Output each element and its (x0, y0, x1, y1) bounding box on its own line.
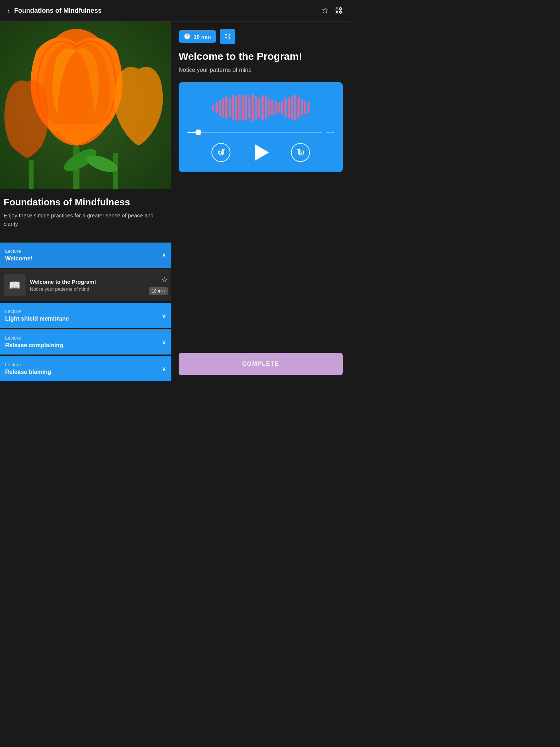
waveform-bar (265, 96, 267, 119)
waveform-bar (298, 97, 300, 118)
lecture-item-text-welcome: Lecture Welcome! (5, 248, 32, 262)
audio-player: --:-- ↺ 15 ↻ 15 (179, 82, 343, 172)
waveform-bar (288, 97, 290, 118)
left-panel: Foundations of Mindfulness Enjoy these s… (0, 22, 171, 383)
lecture-label-welcome: Lecture (5, 248, 32, 254)
header-left: ‹ Foundations of Mindfulness (7, 7, 102, 15)
content-title: Welcome to the Program! (179, 50, 343, 63)
spacer (179, 183, 343, 353)
waveform (187, 93, 334, 122)
lecture-name-release-blaming: Release blaming (5, 369, 51, 375)
waveform-bar (255, 96, 257, 120)
lecture-list: Lecture Welcome! ∧ 📖 Welcome to the Prog… (0, 243, 171, 381)
waveform-bar (232, 95, 234, 120)
waveform-bar (212, 104, 214, 111)
waveform-bar (222, 98, 224, 118)
play-button[interactable] (255, 144, 269, 160)
chevron-down-icon-release-complaining: ∨ (162, 338, 166, 346)
book-icon: 📖 (4, 274, 26, 296)
skip-back-label: 15 (219, 151, 223, 155)
waveform-bar (301, 99, 303, 116)
lecture-item-welcome[interactable]: Lecture Welcome! ∧ (0, 243, 171, 268)
waveform-bar (258, 98, 260, 118)
header-right: ☆ ⛓ (322, 6, 343, 15)
waveform-bar (278, 102, 280, 113)
lecture-name-light-shield: Light shield membrane (5, 316, 69, 322)
sub-lecture-right: ☆ 10 min (149, 275, 168, 295)
bookmark-icon[interactable]: ☆ (322, 6, 329, 15)
complete-button[interactable]: COMPLETE (179, 353, 343, 375)
sub-lecture-title: Welcome to the Program! (30, 279, 144, 285)
chevron-down-icon-light-shield: ∨ (162, 311, 166, 320)
lecture-name-release-complaining: Release complaining (5, 342, 63, 349)
right-panel: 🕐 10 min ⛓ Welcome to the Program! Notic… (171, 22, 350, 383)
player-controls: ↺ 15 ↻ 15 (187, 143, 334, 162)
waveform-bar (225, 96, 228, 119)
waveform-bar (281, 100, 283, 115)
link-icon[interactable]: ⛓ (335, 6, 343, 15)
lecture-item-release-complaining[interactable]: Lecture Release complaining ∨ (0, 329, 171, 355)
sub-lecture-welcome-program[interactable]: 📖 Welcome to the Program! Notice your pa… (0, 269, 171, 301)
progress-track[interactable] (187, 132, 322, 133)
back-button[interactable]: ‹ (7, 7, 10, 15)
course-desc: Enjoy these simple practices for a great… (4, 212, 168, 228)
waveform-bar (248, 97, 250, 119)
chevron-up-icon-welcome: ∧ (162, 251, 166, 259)
waveform-bar (284, 98, 287, 117)
waveform-bar (294, 94, 296, 121)
lecture-item-text-light-shield: Lecture Light shield membrane (5, 309, 69, 322)
link-badge[interactable]: ⛓ (220, 29, 235, 44)
waveform-bar (291, 96, 293, 120)
sub-lecture-info: Welcome to the Program! Notice your patt… (30, 279, 144, 292)
skip-back-button[interactable]: ↺ 15 (211, 143, 230, 162)
badges-row: 🕐 10 min ⛓ (179, 29, 343, 44)
sub-lecture-subtitle: Notice your patterns of mind (30, 286, 144, 292)
waveform-bar (271, 100, 273, 115)
lecture-name-welcome: Welcome! (5, 255, 32, 262)
waveform-bar (242, 95, 244, 120)
waveform-bar (252, 93, 254, 122)
lecture-item-light-shield[interactable]: Lecture Light shield membrane ∨ (0, 303, 171, 328)
header: ‹ Foundations of Mindfulness ☆ ⛓ (0, 0, 350, 22)
waveform-bar (229, 98, 231, 117)
waveform-bar (215, 102, 218, 113)
duration-badge: 10 min (149, 287, 168, 295)
waveform-bar (261, 95, 264, 120)
time-remaining: --:-- (326, 129, 334, 135)
waveform-bar (268, 98, 270, 117)
course-title: Foundations of Mindfulness (4, 197, 168, 208)
skip-forward-label: 15 (298, 151, 302, 155)
waveform-bar (245, 94, 247, 121)
course-hero-image (0, 22, 171, 189)
lecture-label-light-shield: Lecture (5, 309, 69, 314)
progress-thumb[interactable] (195, 129, 201, 135)
clock-icon: 🕐 (184, 33, 191, 40)
progress-bar-container: --:-- (187, 129, 334, 135)
lecture-label-release-blaming: Lecture (5, 362, 51, 367)
waveform-bar (275, 101, 277, 114)
content-subtitle: Notice your patterns of mind (179, 67, 343, 73)
waveform-bar (219, 100, 221, 116)
waveform-bar (235, 96, 237, 120)
waveform-bar (304, 101, 306, 115)
lecture-item-release-blaming[interactable]: Lecture Release blaming ∨ (0, 356, 171, 381)
lecture-item-text-release-blaming: Lecture Release blaming (5, 362, 51, 375)
skip-forward-button[interactable]: ↻ 15 (291, 143, 310, 162)
waveform-bar (307, 102, 310, 113)
lecture-label-release-complaining: Lecture (5, 335, 63, 341)
main-content: Foundations of Mindfulness Enjoy these s… (0, 22, 350, 383)
lecture-item-text-release-complaining: Lecture Release complaining (5, 335, 63, 349)
waveform-bar (238, 94, 241, 121)
course-info: Foundations of Mindfulness Enjoy these s… (0, 189, 171, 235)
duration-badge-blue: 🕐 10 min (179, 30, 216, 43)
chevron-down-icon-release-blaming: ∨ (162, 365, 166, 373)
svg-rect-3 (29, 160, 34, 189)
link-chain-icon: ⛓ (224, 33, 231, 40)
favorite-icon[interactable]: ☆ (161, 275, 168, 284)
duration-text: 10 min (194, 34, 211, 40)
header-title: Foundations of Mindfulness (14, 7, 102, 15)
